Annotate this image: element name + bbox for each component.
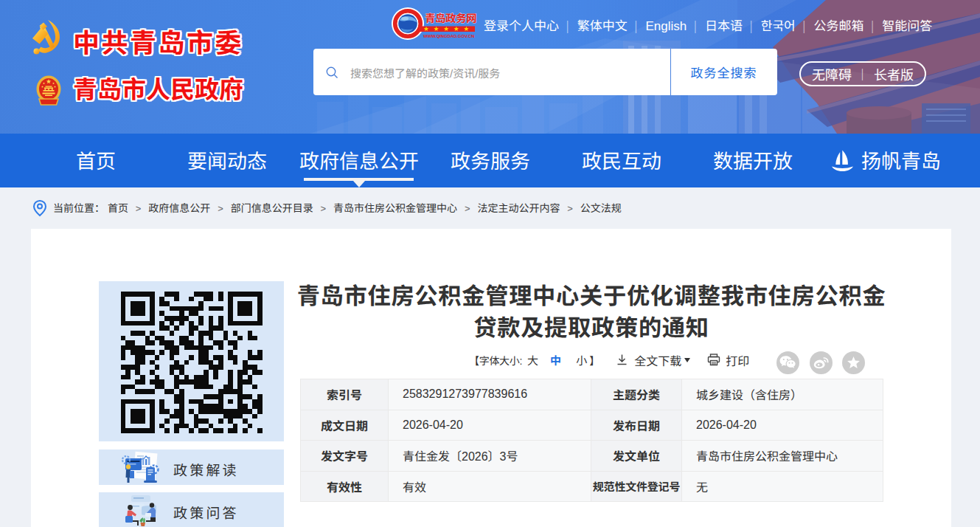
svg-text:WWW.QINGDAO.GOV.CN: WWW.QINGDAO.GOV.CN xyxy=(423,34,474,38)
svg-text:青岛政务网: 青岛政务网 xyxy=(425,10,476,25)
